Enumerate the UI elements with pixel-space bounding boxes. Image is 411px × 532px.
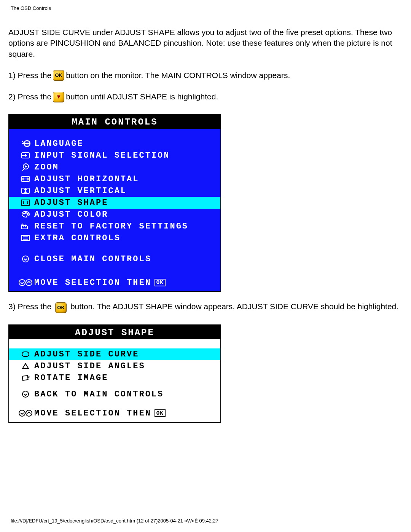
svg-rect-14 xyxy=(22,375,28,380)
step-2: 2) Press the ▼ button until ADJUST SHAPE… xyxy=(8,91,403,102)
osd-adjust-shape: ADJUST SHAPE ADJUST SIDE CURVE ADJUST SI… xyxy=(8,324,221,423)
osd-item-label: ADJUST COLOR xyxy=(34,210,108,219)
osd-item-label: ADJUST SIDE CURVE xyxy=(34,350,139,359)
svg-point-7 xyxy=(25,212,26,213)
osd-item-rotate-image[interactable]: ROTATE IMAGE xyxy=(9,372,220,384)
osd-item-adjust-side-curve[interactable]: ADJUST SIDE CURVE xyxy=(9,348,220,360)
side-curve-icon xyxy=(17,350,34,358)
side-angles-icon xyxy=(17,362,34,370)
osd-footer-text: MOVE SELECTION THEN xyxy=(34,278,151,288)
svg-point-6 xyxy=(24,213,24,214)
list-icon xyxy=(17,234,34,242)
osd-item-extra-controls[interactable]: EXTRA CONTROLS xyxy=(9,232,220,244)
osd-item-label: ZOOM xyxy=(34,163,59,172)
page-footer: file:///D|/EDFU/crt_19_5/edoc/english/OS… xyxy=(11,518,411,524)
down-circle-icon xyxy=(17,390,34,398)
svg-point-11 xyxy=(19,280,25,286)
svg-point-15 xyxy=(22,391,29,397)
up-down-circles-icon xyxy=(17,409,34,417)
osd-item-label: INPUT SIGNAL SELECTION xyxy=(34,151,170,160)
ok-box-icon: OK xyxy=(155,279,166,286)
osd-title: ADJUST SHAPE xyxy=(9,325,220,339)
svg-point-12 xyxy=(26,280,32,286)
svg-rect-13 xyxy=(22,352,29,356)
shape-icon xyxy=(17,198,34,207)
svg-point-10 xyxy=(22,256,29,262)
osd-item-label: ADJUST SHAPE xyxy=(34,198,108,208)
osd-item-language[interactable]: LANGUAGE xyxy=(9,138,220,150)
osd-item-label: LANGUAGE xyxy=(34,139,84,149)
svg-rect-5 xyxy=(22,200,29,205)
osd-item-label: ROTATE IMAGE xyxy=(34,373,108,383)
step-3-text-b: button. The ADJUST SHAPE window appears.… xyxy=(70,302,398,311)
osd-close-label: CLOSE MAIN CONTROLS xyxy=(34,254,151,264)
step-1-text-b: button on the monitor. The MAIN CONTROLS… xyxy=(66,70,290,81)
step-2-text-a: 2) Press the xyxy=(8,91,51,102)
osd-item-zoom[interactable]: ZOOM xyxy=(9,161,220,173)
ok-button-icon: OK xyxy=(53,70,64,81)
osd-item-input-signal[interactable]: INPUT SIGNAL SELECTION xyxy=(9,150,220,161)
rotate-icon xyxy=(17,374,34,382)
osd-item-adjust-vertical[interactable]: ADJUST VERTICAL xyxy=(9,185,220,197)
svg-point-8 xyxy=(27,214,28,214)
osd-item-label: ADJUST VERTICAL xyxy=(34,186,127,196)
osd-back[interactable]: BACK TO MAIN CONTROLS xyxy=(9,388,220,400)
zoom-icon xyxy=(17,163,34,171)
arrows-vertical-icon xyxy=(17,187,34,195)
step-3: 3) Press the OK button. The ADJUST SHAPE… xyxy=(8,301,403,313)
factory-icon xyxy=(17,222,34,230)
osd-item-adjust-shape[interactable]: ADJUST SHAPE xyxy=(9,197,220,209)
step-3-text-a: 3) Press the xyxy=(8,302,51,311)
osd-item-label: EXTRA CONTROLS xyxy=(34,233,121,243)
ok-button-icon: OK xyxy=(55,302,67,313)
osd-item-adjust-horizontal[interactable]: ADJUST HORIZONTAL xyxy=(9,173,220,185)
down-button-icon: ▼ xyxy=(53,92,64,102)
step-1: 1) Press the OK button on the monitor. T… xyxy=(8,70,403,81)
ok-box-icon: OK xyxy=(155,409,166,417)
up-down-circles-icon xyxy=(17,278,34,287)
input-icon xyxy=(17,151,34,160)
osd-footer: MOVE SELECTION THEN OK xyxy=(9,274,220,291)
osd-item-adjust-side-angles[interactable]: ADJUST SIDE ANGLES xyxy=(9,360,220,372)
osd-item-reset-factory[interactable]: RESET TO FACTORY SETTINGS xyxy=(9,220,220,232)
svg-point-16 xyxy=(19,410,25,416)
palette-icon xyxy=(17,210,34,219)
step-1-text-a: 1) Press the xyxy=(8,70,51,81)
down-circle-icon xyxy=(17,255,34,263)
osd-item-label: ADJUST HORIZONTAL xyxy=(34,174,139,184)
osd-main-controls: MAIN CONTROLS LANGUAGE INPUT SIGNAL SELE… xyxy=(8,114,221,292)
page-header: The OSD Controls xyxy=(11,5,411,11)
osd-title: MAIN CONTROLS xyxy=(9,115,220,129)
step-2-text-b: button until ADJUST SHAPE is highlighted… xyxy=(66,91,218,102)
osd-item-label: ADJUST SIDE ANGLES xyxy=(34,361,145,371)
osd-item-adjust-color[interactable]: ADJUST COLOR xyxy=(9,209,220,220)
svg-point-17 xyxy=(26,410,32,416)
osd-footer: MOVE SELECTION THEN OK xyxy=(9,405,220,422)
osd-close[interactable]: CLOSE MAIN CONTROLS xyxy=(9,253,220,265)
arrows-horizontal-icon xyxy=(17,175,34,183)
intro-paragraph: ADJUST SIDE CURVE under ADJUST SHAPE all… xyxy=(8,27,403,59)
osd-footer-text: MOVE SELECTION THEN xyxy=(34,409,151,418)
osd-back-label: BACK TO MAIN CONTROLS xyxy=(34,390,164,399)
osd-item-label: RESET TO FACTORY SETTINGS xyxy=(34,222,188,231)
globe-icon xyxy=(17,139,34,148)
